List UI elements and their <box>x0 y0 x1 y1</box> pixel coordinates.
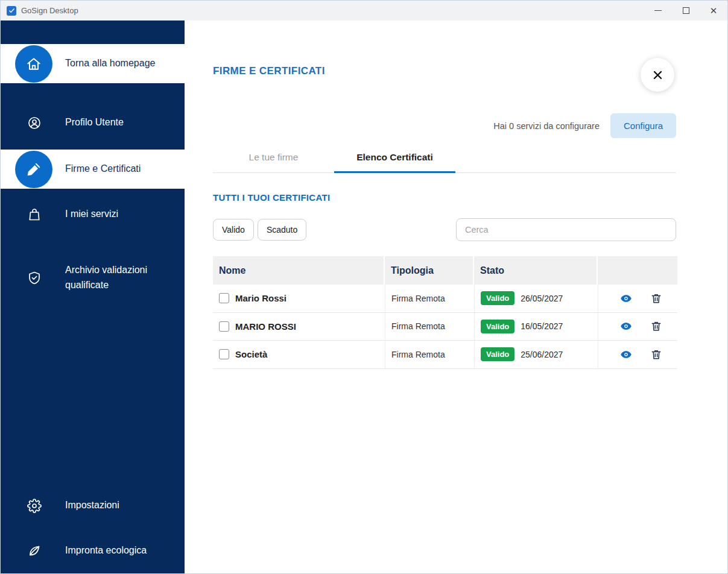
actions-cell <box>598 313 677 341</box>
actions-cell <box>598 285 677 312</box>
trash-icon <box>650 292 662 304</box>
eye-icon <box>620 348 632 361</box>
expiry-date: 25/06/2027 <box>521 350 563 359</box>
status-cell: Valido 16/05/2027 <box>474 313 598 341</box>
row-checkbox[interactable] <box>219 321 229 332</box>
sidebar-item-label: Archivio validazioni qualificate <box>65 263 175 293</box>
sidebar-item-miei-servizi[interactable]: I miei servizi <box>1 195 185 234</box>
filter-valido-button[interactable]: Valido <box>213 219 254 241</box>
leaf-icon <box>27 544 42 558</box>
sidebar-item-profilo-utente[interactable]: Profilo Utente <box>1 103 185 142</box>
table-row: Società Firma Remota Valido 25/06/2027 <box>213 341 677 369</box>
app-logo-check-icon <box>7 6 16 16</box>
row-checkbox[interactable] <box>219 293 229 303</box>
home-icon <box>15 45 52 83</box>
sidebar-item-label: I miei servizi <box>65 207 118 222</box>
column-header-actions <box>598 256 677 285</box>
status-badge: Valido <box>481 291 514 305</box>
close-button[interactable]: ✕ <box>700 1 727 20</box>
pen-icon <box>15 151 52 188</box>
eye-icon <box>620 292 632 304</box>
tabs: Le tue firme Elenco Certificati <box>213 143 676 173</box>
certificate-name: Società <box>235 349 267 359</box>
close-icon: ✕ <box>710 6 718 15</box>
sidebar-item-torna-homepage[interactable]: Torna alla homepage <box>1 44 185 83</box>
close-panel-button[interactable] <box>641 58 674 92</box>
table-row: Mario Rossi Firma Remota Valido 26/05/20… <box>213 285 677 313</box>
expiry-date: 26/05/2027 <box>521 294 563 303</box>
trash-icon <box>650 320 662 332</box>
sidebar-footer: Impostazioni Impronta ecologica <box>1 486 185 570</box>
sidebar: Torna alla homepage Profilo Utente Firme… <box>1 20 185 573</box>
search-input[interactable] <box>456 218 676 241</box>
certificate-name: MARIO ROSSI <box>235 321 296 332</box>
expiry-date: 16/05/2027 <box>521 321 563 331</box>
eye-icon <box>620 320 632 332</box>
column-header-nome: Nome <box>213 256 385 285</box>
actions-cell <box>598 341 677 368</box>
sidebar-item-label: Profilo Utente <box>65 115 124 130</box>
sidebar-item-label: Impostazioni <box>65 498 119 513</box>
user-icon <box>27 116 42 130</box>
tab-elenco-certificati[interactable]: Elenco Certificati <box>334 143 455 173</box>
sidebar-item-impronta-ecologica[interactable]: Impronta ecologica <box>1 531 185 570</box>
configura-button[interactable]: Configura <box>610 113 676 138</box>
certificate-name: Mario Rossi <box>235 293 286 303</box>
table-body: Mario Rossi Firma Remota Valido 26/05/20… <box>213 285 677 369</box>
view-certificate-button[interactable] <box>620 348 632 361</box>
section-title: TUTTI I TUOI CERTIFICATI <box>213 192 676 203</box>
minimize-button[interactable] <box>644 1 672 20</box>
window-title: GoSign Desktop <box>21 6 78 15</box>
column-header-stato: Stato <box>474 256 598 285</box>
gear-icon <box>27 499 42 513</box>
delete-certificate-button[interactable] <box>650 292 662 304</box>
maximize-button[interactable] <box>672 1 700 20</box>
bag-icon <box>27 207 42 222</box>
view-certificate-button[interactable] <box>620 292 632 304</box>
filter-row: Valido Scaduto <box>213 218 676 241</box>
trash-icon <box>650 348 662 361</box>
app-body: Torna alla homepage Profilo Utente Firme… <box>1 20 727 573</box>
delete-certificate-button[interactable] <box>650 348 662 361</box>
filter-scaduto-button[interactable]: Scaduto <box>258 219 306 241</box>
sidebar-item-firme-certificati[interactable]: Firme e Certificati <box>1 150 185 189</box>
sidebar-item-archivio-validazioni[interactable]: Archivio validazioni qualificate <box>1 258 185 297</box>
shield-check-icon <box>27 271 42 285</box>
window-controls: ✕ <box>644 1 727 20</box>
row-checkbox[interactable] <box>219 349 229 359</box>
maximize-icon <box>683 7 689 14</box>
services-note: Hai 0 servizi da configurare <box>493 121 600 131</box>
status-badge: Valido <box>481 347 514 361</box>
titlebar: GoSign Desktop ✕ <box>1 1 727 20</box>
page-title: FIRME E CERTIFICATI <box>213 65 676 77</box>
tab-le-tue-firme[interactable]: Le tue firme <box>213 143 334 173</box>
certificate-type: Firma Remota <box>385 313 474 341</box>
table-header-row: Nome Tipologia Stato <box>213 256 677 285</box>
certificate-type: Firma Remota <box>385 285 474 312</box>
certificate-type: Firma Remota <box>385 341 474 368</box>
status-badge: Valido <box>481 320 514 333</box>
close-x-icon <box>653 71 662 80</box>
view-certificate-button[interactable] <box>620 320 632 332</box>
sidebar-nav: Torna alla homepage Profilo Utente Firme… <box>1 20 185 297</box>
certificates-table: Nome Tipologia Stato Mario Rossi Firma R… <box>213 256 677 369</box>
name-cell: Mario Rossi <box>213 293 385 303</box>
minimize-icon <box>654 10 662 11</box>
status-cell: Valido 25/06/2027 <box>474 341 598 368</box>
sidebar-item-impostazioni[interactable]: Impostazioni <box>1 486 185 525</box>
column-header-tipologia: Tipologia <box>385 256 474 285</box>
delete-certificate-button[interactable] <box>650 320 662 332</box>
sidebar-item-label: Firme e Certificati <box>65 162 141 177</box>
name-cell: MARIO ROSSI <box>213 321 385 332</box>
table-row: MARIO ROSSI Firma Remota Valido 16/05/20… <box>213 313 677 341</box>
name-cell: Società <box>213 349 385 359</box>
main-content: FIRME E CERTIFICATI Hai 0 servizi da con… <box>185 20 727 573</box>
sidebar-item-label: Torna alla homepage <box>65 56 155 71</box>
status-cell: Valido 26/05/2027 <box>474 285 598 312</box>
sidebar-item-label: Impronta ecologica <box>65 543 147 558</box>
configure-row: Hai 0 servizi da configurare Configura <box>213 113 676 138</box>
app-window: GoSign Desktop ✕ Torna alla homepage <box>0 0 728 574</box>
